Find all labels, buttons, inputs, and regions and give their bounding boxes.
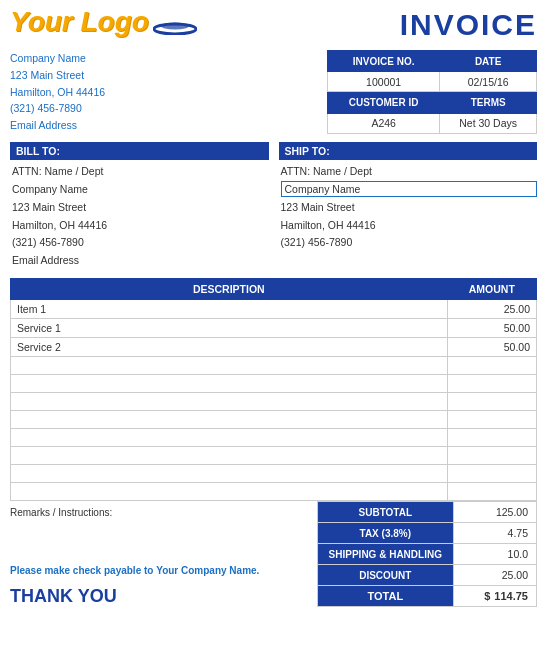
bill-to-company: Company Name xyxy=(12,181,269,199)
bill-to-email: Email Address xyxy=(12,252,269,270)
ship-to-address: ATTN: Name / Dept 123 Main Street Hamilt… xyxy=(279,163,538,252)
svg-point-1 xyxy=(161,23,189,30)
sender-address: 123 Main Street xyxy=(10,67,105,84)
item-description xyxy=(11,447,448,465)
item-description xyxy=(11,411,448,429)
item-description xyxy=(11,393,448,411)
discount-label: DISCOUNT xyxy=(318,565,454,586)
ship-to-header: SHIP TO: xyxy=(279,142,538,160)
invoice-no-label: INVOICE NO. xyxy=(328,51,440,72)
logo-area: Your Logo xyxy=(10,8,197,36)
table-row xyxy=(11,411,537,429)
col-amount: AMOUNT xyxy=(447,279,536,300)
check-payable: Please make check payable to Your Compan… xyxy=(10,565,311,576)
total-label: TOTAL xyxy=(318,586,454,607)
tax-label: TAX (3.8%) xyxy=(318,523,454,544)
item-amount: 25.00 xyxy=(447,300,536,319)
totals-table: SUBTOTAL 125.00 TAX (3.8%) 4.75 SHIPPING… xyxy=(317,501,537,607)
bill-ship-section: BILL TO: ATTN: Name / Dept Company Name … xyxy=(10,142,537,270)
item-description: Item 1 xyxy=(11,300,448,319)
sender-city: Hamilton, OH 44416 xyxy=(10,84,105,101)
item-description: Service 2 xyxy=(11,338,448,357)
table-row xyxy=(11,447,537,465)
bill-to-city: Hamilton, OH 44416 xyxy=(12,217,269,235)
table-row xyxy=(11,375,537,393)
ship-to-street: 123 Main Street xyxy=(281,199,538,217)
footer-section: Remarks / Instructions: Please make chec… xyxy=(10,501,537,607)
invoice-title: INVOICE xyxy=(400,8,537,42)
bill-to-phone: (321) 456-7890 xyxy=(12,234,269,252)
bill-to-header: BILL TO: xyxy=(10,142,269,160)
sender-meta-section: Company Name 123 Main Street Hamilton, O… xyxy=(10,50,537,134)
logo-swoosh-icon xyxy=(153,17,197,35)
ship-to-phone: (321) 456-7890 xyxy=(281,234,538,252)
item-description xyxy=(11,429,448,447)
header: Your Logo INVOICE xyxy=(10,8,537,42)
tax-value: 4.75 xyxy=(453,523,536,544)
item-description xyxy=(11,483,448,501)
table-row xyxy=(11,357,537,375)
item-amount xyxy=(447,429,536,447)
item-amount xyxy=(447,393,536,411)
subtotal-label: SUBTOTAL xyxy=(318,502,454,523)
invoice-no-value: 100001 xyxy=(328,72,440,92)
shipping-value: 10.0 xyxy=(453,544,536,565)
meta-table: INVOICE NO. DATE 100001 02/15/16 CUSTOME… xyxy=(327,50,537,134)
ship-to-city: Hamilton, OH 44416 xyxy=(281,217,538,235)
item-amount xyxy=(447,411,536,429)
item-description xyxy=(11,375,448,393)
logo-text: Your Logo xyxy=(10,8,149,36)
item-amount: 50.00 xyxy=(447,319,536,338)
table-row xyxy=(11,465,537,483)
thank-you: THANK YOU xyxy=(10,586,311,607)
remarks-area: Remarks / Instructions: Please make chec… xyxy=(10,501,317,607)
date-label: DATE xyxy=(440,51,537,72)
col-description: DESCRIPTION xyxy=(11,279,448,300)
customer-id-label: CUSTOMER ID xyxy=(328,92,440,113)
sender-email: Email Address xyxy=(10,117,105,134)
customer-id-value: A246 xyxy=(328,113,440,133)
table-row: Service 150.00 xyxy=(11,319,537,338)
bill-to-attn: ATTN: Name / Dept xyxy=(12,163,269,181)
bill-to: BILL TO: ATTN: Name / Dept Company Name … xyxy=(10,142,269,270)
item-description xyxy=(11,465,448,483)
table-row xyxy=(11,393,537,411)
bill-to-address: ATTN: Name / Dept Company Name 123 Main … xyxy=(10,163,269,270)
item-amount xyxy=(447,483,536,501)
terms-label: TERMS xyxy=(440,92,537,113)
item-amount xyxy=(447,375,536,393)
item-amount: 50.00 xyxy=(447,338,536,357)
shipping-label: SHIPPING & HANDLING xyxy=(318,544,454,565)
terms-value: Net 30 Days xyxy=(440,113,537,133)
invoice-wrapper: Your Logo INVOICE Company Name 123 Main … xyxy=(0,0,547,645)
remarks-label: Remarks / Instructions: xyxy=(10,507,311,518)
total-value: $114.75 xyxy=(453,586,536,607)
ship-to-company-input[interactable] xyxy=(281,181,538,197)
sender-info: Company Name 123 Main Street Hamilton, O… xyxy=(10,50,105,134)
discount-value: 25.00 xyxy=(453,565,536,586)
item-amount xyxy=(447,465,536,483)
table-row: Service 250.00 xyxy=(11,338,537,357)
bill-to-street: 123 Main Street xyxy=(12,199,269,217)
item-amount xyxy=(447,447,536,465)
item-amount xyxy=(447,357,536,375)
items-table: DESCRIPTION AMOUNT Item 125.00Service 15… xyxy=(10,278,537,501)
sender-company: Company Name xyxy=(10,50,105,67)
item-description xyxy=(11,357,448,375)
sender-phone: (321) 456-7890 xyxy=(10,100,105,117)
table-row: Item 125.00 xyxy=(11,300,537,319)
subtotal-value: 125.00 xyxy=(453,502,536,523)
ship-to-attn: ATTN: Name / Dept xyxy=(281,163,538,181)
table-row xyxy=(11,429,537,447)
total-dollar-sign: $ xyxy=(484,590,490,602)
ship-to-company-input-wrapper xyxy=(281,181,538,199)
item-description: Service 1 xyxy=(11,319,448,338)
table-row xyxy=(11,483,537,501)
total-amount: 114.75 xyxy=(494,590,528,602)
date-value: 02/15/16 xyxy=(440,72,537,92)
ship-to: SHIP TO: ATTN: Name / Dept 123 Main Stre… xyxy=(279,142,538,270)
